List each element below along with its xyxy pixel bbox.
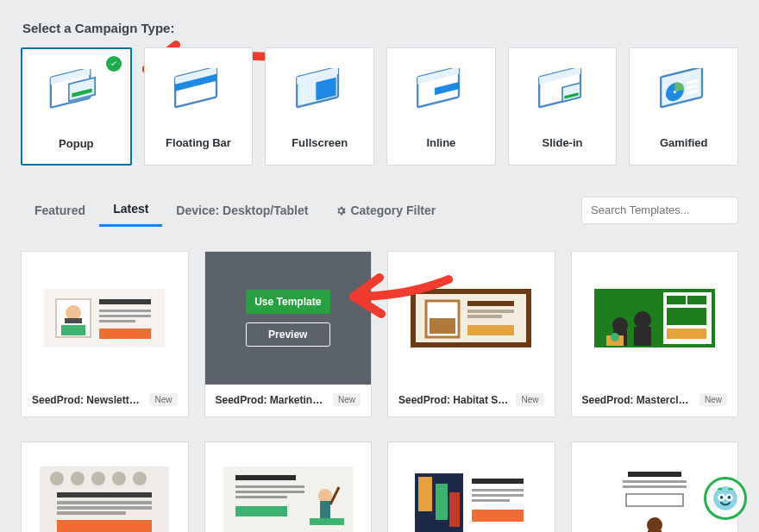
svg-rect-44 <box>687 296 706 304</box>
template-card[interactable] <box>387 441 555 532</box>
template-thumbnail <box>594 284 715 353</box>
svg-point-54 <box>50 472 64 485</box>
svg-rect-27 <box>61 325 85 335</box>
template-thumbnail <box>411 284 531 353</box>
svg-point-55 <box>71 472 85 485</box>
new-tag: New <box>149 393 177 406</box>
campaign-type-floating-bar[interactable]: Floating Bar <box>144 47 254 166</box>
template-card[interactable]: Use Template Preview SeedProd: Marketing… <box>204 251 373 417</box>
filter-device[interactable]: Device: Desktop/Tablet <box>162 195 322 226</box>
campaign-type-label: Slide-in <box>509 128 617 163</box>
svg-rect-73 <box>310 518 344 525</box>
svg-rect-28 <box>99 299 151 304</box>
svg-rect-40 <box>467 325 514 335</box>
svg-point-58 <box>133 472 147 485</box>
svg-point-57 <box>112 472 126 485</box>
popup-icon <box>46 69 106 121</box>
svg-rect-46 <box>667 329 706 339</box>
svg-point-52 <box>611 333 619 341</box>
check-icon <box>106 56 122 72</box>
svg-rect-67 <box>235 491 304 493</box>
svg-rect-83 <box>472 510 524 522</box>
svg-rect-82 <box>472 499 510 502</box>
new-tag: New <box>699 393 727 406</box>
svg-rect-69 <box>235 506 287 516</box>
help-mascot-button[interactable] <box>704 477 747 520</box>
svg-rect-29 <box>99 310 151 312</box>
campaign-type-slide-in[interactable]: Slide-in <box>508 47 618 166</box>
template-thumbnail <box>590 466 719 532</box>
template-name: SeedProd: Habitat Sales <box>398 394 511 406</box>
svg-rect-43 <box>667 296 686 304</box>
campaign-type-label: Inline <box>387 128 495 163</box>
svg-rect-60 <box>57 501 152 504</box>
svg-rect-36 <box>430 318 455 334</box>
svg-rect-30 <box>99 315 151 317</box>
svg-rect-65 <box>235 475 296 480</box>
svg-rect-37 <box>467 301 514 306</box>
slide-in-icon <box>532 68 593 120</box>
template-card[interactable]: SeedProd: Habitat Sales New <box>387 251 555 417</box>
campaign-type-label: Fullscreen <box>266 128 373 163</box>
template-card[interactable] <box>21 441 189 532</box>
campaign-type-gamified[interactable]: Gamified <box>629 47 738 166</box>
template-thumbnail <box>40 466 169 532</box>
campaign-type-fullscreen[interactable]: Fullscreen <box>265 47 374 166</box>
svg-rect-38 <box>467 310 514 313</box>
campaign-type-label: Popup <box>22 128 130 164</box>
svg-rect-31 <box>99 320 135 322</box>
svg-point-49 <box>634 311 651 329</box>
template-thumbnail <box>223 466 353 532</box>
svg-rect-68 <box>235 496 287 498</box>
tab-latest[interactable]: Latest <box>99 193 162 227</box>
svg-rect-63 <box>57 520 152 532</box>
svg-rect-86 <box>623 480 687 483</box>
svg-rect-62 <box>57 511 126 515</box>
svg-point-91 <box>713 486 737 510</box>
svg-point-56 <box>91 472 105 485</box>
campaign-type-popup[interactable]: Popup <box>21 47 132 166</box>
filter-category[interactable]: Category Filter <box>322 195 449 226</box>
campaign-type-label: Gamified <box>630 128 737 163</box>
template-thumbnail <box>406 466 536 532</box>
campaign-type-label: Floating Bar <box>145 128 253 163</box>
svg-rect-79 <box>472 479 524 484</box>
svg-rect-87 <box>623 485 687 488</box>
template-name: SeedProd: Newsletter Squeeze <box>32 394 144 406</box>
tab-featured[interactable]: Featured <box>21 195 99 226</box>
template-card[interactable] <box>204 441 373 532</box>
svg-rect-50 <box>634 327 651 346</box>
template-card[interactable]: SeedProd: Newsletter Squeeze New <box>21 251 189 417</box>
svg-point-95 <box>728 496 731 499</box>
svg-rect-80 <box>472 489 524 491</box>
svg-rect-39 <box>467 315 502 318</box>
inline-icon <box>411 68 471 120</box>
section-heading: Select a Campaign Type: <box>22 21 738 35</box>
template-name: SeedProd: Marketing Squeeze <box>216 394 328 406</box>
gear-icon <box>336 205 347 216</box>
svg-rect-88 <box>626 494 683 506</box>
svg-rect-77 <box>436 484 448 520</box>
use-template-button[interactable]: Use Template <box>246 290 330 314</box>
svg-rect-26 <box>65 318 82 323</box>
svg-rect-76 <box>418 477 432 511</box>
gamified-icon <box>654 68 714 120</box>
floating-bar-icon <box>168 68 229 120</box>
svg-rect-32 <box>99 329 151 339</box>
campaign-type-inline[interactable]: Inline <box>386 47 496 166</box>
svg-rect-85 <box>628 472 681 477</box>
search-input[interactable] <box>581 197 738 224</box>
preview-button[interactable]: Preview <box>246 322 330 347</box>
new-tag: New <box>516 393 543 406</box>
new-tag: New <box>333 393 361 406</box>
svg-rect-66 <box>235 485 304 488</box>
template-name: SeedProd: Masterclass Sales <box>582 394 694 406</box>
svg-rect-59 <box>57 492 152 498</box>
template-thumbnail <box>44 284 165 353</box>
mascot-icon <box>712 485 738 511</box>
template-card[interactable]: SeedProd: Masterclass Sales New <box>571 251 739 417</box>
fullscreen-icon <box>290 68 350 120</box>
svg-rect-78 <box>449 492 460 527</box>
svg-rect-81 <box>472 494 524 497</box>
svg-point-70 <box>318 489 332 503</box>
